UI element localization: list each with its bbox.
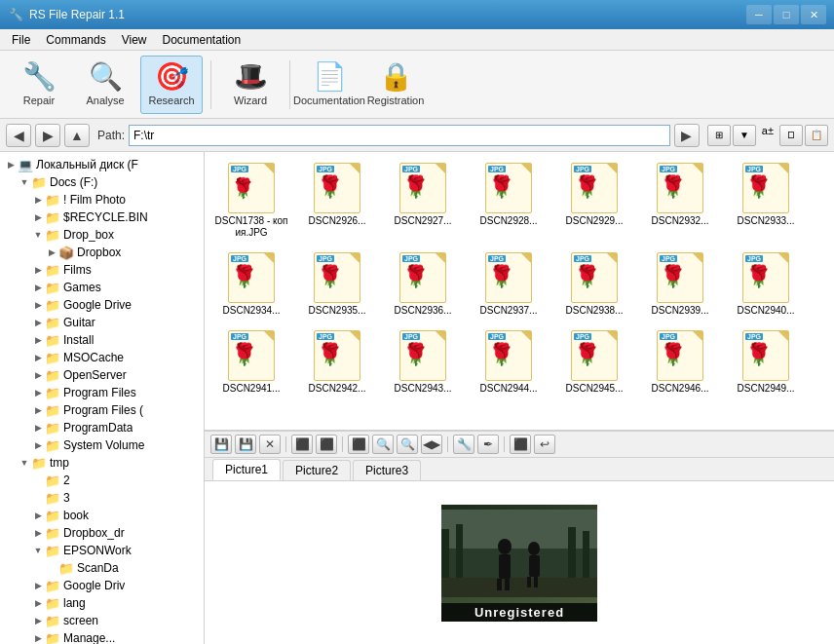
forward-button[interactable]: ▶ <box>35 124 60 147</box>
tree-item-programdata[interactable]: ▶ 📁 ProgramData <box>0 419 204 436</box>
file-name: DSCN2928... <box>480 215 538 227</box>
folder-icon: 📁 <box>45 367 60 383</box>
view-option1[interactable]: 🗌 <box>779 125 803 146</box>
list-item[interactable]: JPG🌹 DSCN2949... <box>725 325 807 399</box>
tree-item-programfilesx[interactable]: ▶ 📁 Program Files ( <box>0 401 204 419</box>
view-dropdown[interactable]: ▼ <box>733 125 756 146</box>
tree-item-openserver[interactable]: ▶ 📁 OpenServer <box>0 366 204 384</box>
path-input[interactable] <box>129 125 670 146</box>
tree-item-games[interactable]: ▶ 📁 Games <box>0 279 204 296</box>
tree-toggle: ▶ <box>31 283 45 292</box>
tree-item-3[interactable]: 📁 3 <box>0 489 204 507</box>
list-item[interactable]: JPG🌹 DSCN2940... <box>725 247 807 322</box>
btn6[interactable]: ✒ <box>477 435 499 454</box>
tree-item-recycle[interactable]: ▶ 📁 $RECYCLE.BIN <box>0 208 204 226</box>
tab-picture2[interactable]: Picture2 <box>283 460 351 480</box>
tree-item-dropbox-sub[interactable]: ▶ 📦 Dropbox <box>0 244 204 261</box>
btn1[interactable]: ⬛ <box>291 435 313 454</box>
list-item[interactable]: JPG🌹 DSCN2945... <box>553 325 635 399</box>
up-button[interactable]: ▲ <box>64 124 90 147</box>
list-item[interactable]: JPG🌹 DSCN2939... <box>639 247 721 322</box>
save-button[interactable]: 💾 <box>210 435 232 454</box>
tree-item-install[interactable]: ▶ 📁 Install <box>0 331 204 349</box>
list-item[interactable]: JPG🌹 DSCN2942... <box>296 325 378 399</box>
btn2[interactable]: ⬛ <box>316 435 337 454</box>
tree-item-lang[interactable]: ▶ 📁 lang <box>0 594 204 612</box>
toolbar-registration-button[interactable]: 🔒 Registration <box>364 56 427 114</box>
list-item[interactable]: JPG🌹 DSCN2927... <box>382 158 464 244</box>
tree-item-dropbox[interactable]: ▼ 📁 Drop_box <box>0 226 204 244</box>
go-button[interactable]: ▶ <box>674 124 700 147</box>
toolbar-research-button[interactable]: 🎯 Research <box>140 56 203 114</box>
tree-item-films[interactable]: ▶ 📁 Films <box>0 261 204 279</box>
list-item[interactable]: JPG🌹 DSCN2933... <box>725 158 807 244</box>
tree-item-docs[interactable]: ▼ 📁 Docs (F:) <box>0 173 204 191</box>
tree-item-tmp[interactable]: ▼ 📁 tmp <box>0 454 204 472</box>
list-item[interactable]: JPG🌹 DSCN2943... <box>382 325 464 399</box>
close-button[interactable]: ✕ <box>801 5 826 24</box>
view-option2[interactable]: 📋 <box>805 125 828 146</box>
list-item[interactable]: JPG🌹 DSCN2932... <box>639 158 721 244</box>
menu-documentation[interactable]: Documentation <box>155 31 249 49</box>
toolbar-wizard-button[interactable]: 🎩 Wizard <box>219 56 282 114</box>
tree-item-guitar[interactable]: ▶ 📁 Guitar <box>0 314 204 331</box>
tree-item-local-disk[interactable]: ▶ 💻 Локальный диск (F <box>0 156 204 173</box>
btn5[interactable]: 🔧 <box>453 435 474 454</box>
tree-item-2[interactable]: 📁 2 <box>0 472 204 489</box>
tree-toggle: ▶ <box>31 195 45 205</box>
tab-picture1[interactable]: Picture1 <box>212 459 281 480</box>
undo-button[interactable]: ↩ <box>534 435 555 454</box>
btn7[interactable]: ⬛ <box>510 435 531 454</box>
tree-item-book[interactable]: ▶ 📁 book <box>0 507 204 524</box>
list-item[interactable]: JPG🌹 DSCN2946... <box>639 325 721 399</box>
list-item[interactable]: JPG🌹 DSCN2935... <box>296 247 378 322</box>
tree-toggle: ▶ <box>31 212 45 222</box>
minimize-button[interactable]: ─ <box>746 5 772 24</box>
menu-file[interactable]: File <box>4 31 38 49</box>
back-button[interactable]: ◀ <box>6 124 31 147</box>
googledrive-icon: 📁 <box>45 297 60 313</box>
tree-item-manage[interactable]: ▶ 📁 Manage... <box>0 629 204 644</box>
tree-label: Program Files <box>63 386 136 399</box>
tree-item-programfiles[interactable]: ▶ 📁 Program Files <box>0 384 204 401</box>
tree-item-scanda[interactable]: 📁 ScanDa <box>0 559 204 577</box>
tree-item-screen[interactable]: ▶ 📁 screen <box>0 612 204 629</box>
list-item[interactable]: JPG🌹 DSCN2941... <box>210 325 292 399</box>
list-item[interactable]: JPG🌹 DSCN2929... <box>553 158 635 244</box>
btn3[interactable]: ⬛ <box>348 435 369 454</box>
toolbar-repair-button[interactable]: 🔧 Repair <box>8 56 70 114</box>
menu-view[interactable]: View <box>114 31 155 49</box>
toolbar-analyse-button[interactable]: 🔍 Analyse <box>74 56 136 114</box>
list-item[interactable]: JPG 🌹 DSCN1738 - копия.JPG <box>210 158 292 244</box>
maximize-button[interactable]: □ <box>774 5 799 24</box>
tree-item-systemvolume[interactable]: ▶ 📁 System Volume <box>0 436 204 454</box>
list-item[interactable]: JPG🌹 DSCN2926... <box>296 158 378 244</box>
view-large-icons[interactable]: ⊞ <box>707 125 731 146</box>
tree-item-googledrive2[interactable]: ▶ 📁 Google Driv <box>0 577 204 594</box>
zoom-out-button[interactable]: 🔍 <box>397 435 418 454</box>
separator <box>285 436 286 452</box>
title-bar-text: RS File Repair 1.1 <box>29 8 125 21</box>
file-name: DSCN2943... <box>395 383 452 395</box>
list-item[interactable]: JPG🌹 DSCN2936... <box>382 247 464 322</box>
list-item[interactable]: JPG🌹 DSCN2937... <box>468 247 550 322</box>
tree-item-filmphoto[interactable]: ▶ 📁 ! Film Photo <box>0 191 204 208</box>
list-item[interactable]: JPG🌹 DSCN2944... <box>468 325 550 399</box>
tree-item-googledrive[interactable]: ▶ 📁 Google Drive <box>0 296 204 314</box>
menu-commands[interactable]: Commands <box>38 31 113 49</box>
tree-item-msocache[interactable]: ▶ 📁 MSOCache <box>0 349 204 366</box>
list-item[interactable]: JPG🌹 DSCN2938... <box>553 247 635 322</box>
toolbar-documentation-button[interactable]: 📄 Documentation <box>298 56 360 114</box>
tree-item-epson[interactable]: ▼ 📁 EPSONWork <box>0 542 204 559</box>
registration-icon: 🔒 <box>379 63 413 91</box>
tree-label: Games <box>63 281 101 294</box>
tree-item-dropboxdr[interactable]: ▶ 📁 Dropbox_dr <box>0 524 204 542</box>
btn4[interactable]: ◀▶ <box>421 435 442 454</box>
tab-picture3[interactable]: Picture3 <box>353 460 421 480</box>
save-as-button[interactable]: 💾 <box>235 435 256 454</box>
delete-button[interactable]: ✕ <box>259 435 281 454</box>
tree-label: Google Driv <box>63 579 125 592</box>
zoom-in-button[interactable]: 🔍 <box>372 435 394 454</box>
list-item[interactable]: JPG🌹 DSCN2928... <box>468 158 550 244</box>
list-item[interactable]: JPG🌹 DSCN2934... <box>210 247 292 322</box>
